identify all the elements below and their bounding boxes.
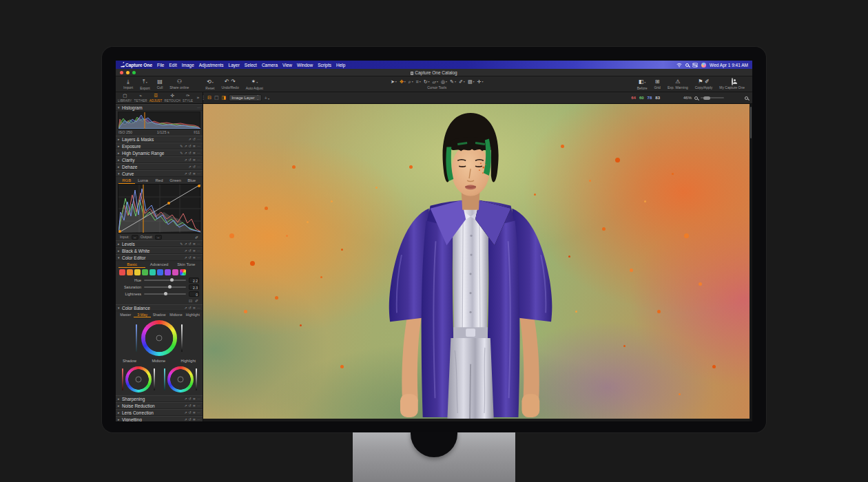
swatch-aqua[interactable] <box>149 269 156 275</box>
crop-tool[interactable]: ⌗▾ <box>416 79 421 85</box>
midtone-luminance-slider[interactable] <box>181 324 183 352</box>
swatch-all-colors[interactable] <box>180 269 186 275</box>
panel-color-editor-header[interactable]: ▾ Color Editor ⇗↺≡⋯ <box>116 254 203 261</box>
reset-icon[interactable]: ↺ <box>189 145 192 148</box>
swatch-magenta[interactable] <box>172 269 178 275</box>
curve-tab-luma[interactable]: Luma <box>135 178 152 183</box>
color-editor-tab-advanced[interactable]: Advanced <box>145 262 172 267</box>
highlight-luminance-slider[interactable] <box>196 368 197 390</box>
auto-adjust-button[interactable]: ✶▾ Auto Adjust <box>242 76 267 92</box>
midtone-color-wheel[interactable] <box>141 320 177 356</box>
copy-icon[interactable]: ⇗ <box>184 397 187 401</box>
reset-icon[interactable]: ↺ <box>189 404 192 408</box>
tab-adjust[interactable]: ☲ ADJUST <box>149 94 163 103</box>
panel-noise-reduction-header[interactable]: ▸ Noise Reduction ⇗↺≡⋯ <box>116 402 203 409</box>
presets-icon[interactable]: ≡ <box>193 172 196 176</box>
exposure-warning-button[interactable]: ⚠ Exp. Warning <box>664 76 692 92</box>
menu-camera[interactable]: Camera <box>262 63 278 67</box>
curve-tab-blue[interactable]: Blue <box>183 178 200 183</box>
gradient-mask-tool[interactable]: ▨▾ <box>468 79 475 85</box>
compare-view-icon[interactable]: ◨ <box>222 95 227 101</box>
menu-bar-clock[interactable]: Wed Apr 1 9:41 AM <box>710 63 748 67</box>
share-online-button[interactable]: ⚇ Share online <box>166 76 192 92</box>
pan-tool[interactable]: ✥▾ <box>400 79 406 85</box>
panel-black-white-header[interactable]: ▸ Black & White ⇗↺≡⋯ <box>116 247 203 254</box>
presets-icon[interactable]: ≡ <box>193 397 196 401</box>
presets-icon[interactable]: ≡ <box>193 158 196 162</box>
more-icon[interactable]: ⋯ <box>197 306 200 310</box>
my-capture-one-button[interactable]: My Capture One <box>716 76 748 92</box>
curve-tab-green[interactable]: Green <box>167 178 184 183</box>
panel-clarity-header[interactable]: ▸ Clarity ⇗↺≡⋯ <box>116 156 203 163</box>
more-icon[interactable]: ⋯ <box>197 397 200 401</box>
export-button[interactable]: ⤒▾ Export <box>136 76 153 92</box>
more-icon[interactable]: ⋯ <box>197 138 200 141</box>
siri-icon[interactable] <box>701 63 706 67</box>
copy-icon[interactable]: ⇗ <box>184 249 187 253</box>
viewer-scrollbar[interactable] <box>750 104 752 421</box>
image-viewer[interactable] <box>203 104 752 421</box>
zoom-fit-icon[interactable] <box>745 96 748 100</box>
panel-lens-correction-header[interactable]: ▸ Lens Correction ⇗↺≡⋯ <box>116 409 203 416</box>
keystone-tool[interactable]: ▱▾ <box>433 79 438 85</box>
more-icon[interactable]: ⋯ <box>197 151 200 155</box>
saturation-slider[interactable] <box>144 286 186 288</box>
shadow-color-wheel[interactable] <box>125 366 152 392</box>
more-icon[interactable]: ⋯ <box>197 242 200 246</box>
lightness-value[interactable]: 0 <box>189 291 199 297</box>
cb-tab-3way[interactable]: 3-Way <box>134 313 150 317</box>
menu-file[interactable]: File <box>157 63 164 67</box>
menu-image[interactable]: Image <box>182 63 194 67</box>
curve-picker-icon[interactable]: ✐ <box>195 235 198 240</box>
panel-vignetting-header[interactable]: ▸ Vignetting ⇗↺≡⋯ <box>116 416 203 421</box>
more-icon[interactable]: ⋯ <box>197 411 200 415</box>
swatch-red[interactable] <box>119 269 125 275</box>
reset-button[interactable]: ⟲▾ Reset <box>202 76 218 92</box>
pen-icon[interactable]: ✎ <box>180 145 183 148</box>
hue-value[interactable]: 2.2 <box>189 277 199 283</box>
select-tool[interactable]: ➤▾ <box>391 79 397 85</box>
pick-color-tool[interactable]: ✛▾ <box>477 79 484 85</box>
presets-icon[interactable]: ≡ <box>193 145 196 148</box>
color-picker-icon[interactable]: ✐ <box>195 298 198 303</box>
curve-input-value[interactable]: -- <box>132 235 138 240</box>
reset-icon[interactable]: ↺ <box>189 151 192 155</box>
more-icon[interactable]: ⋯ <box>197 165 200 169</box>
panel-color-balance-header[interactable]: ▾ Color Balance ⇗↺≡⋯ <box>116 304 203 311</box>
swatch-blue[interactable] <box>157 269 163 275</box>
menu-help[interactable]: Help <box>336 63 345 67</box>
more-icon[interactable]: ⋯ <box>197 404 200 408</box>
saturation-value[interactable]: 2.3 <box>189 284 199 290</box>
more-icon[interactable]: ⋯ <box>197 145 200 148</box>
tab-library[interactable]: ▢ LIBRARY <box>118 94 132 103</box>
cull-button[interactable]: ▤ Cull <box>154 76 167 92</box>
before-after-button[interactable]: ◧▾ Before <box>634 76 651 92</box>
copy-icon[interactable]: ⇗ <box>184 256 187 260</box>
rotate-tool[interactable]: ↻▾ <box>424 79 430 85</box>
control-center-icon[interactable] <box>692 62 698 67</box>
more-icon[interactable]: ⋯ <box>197 172 200 176</box>
single-view-icon[interactable]: □ <box>214 95 219 101</box>
presets-icon[interactable]: ≡ <box>193 418 196 421</box>
pen-icon[interactable]: ✎ <box>180 151 183 155</box>
copy-icon[interactable]: ⇗ <box>184 151 187 155</box>
reset-icon[interactable]: ↺ <box>193 165 196 169</box>
loupe-tool[interactable]: ⌕▾ <box>409 79 413 85</box>
cb-tab-shadow[interactable]: Shadow <box>151 313 167 317</box>
copy-icon[interactable]: ⇗ <box>184 306 187 310</box>
panel-histogram-header[interactable]: ▾ Histogram ⋯ <box>116 104 203 111</box>
multi-view-icon[interactable]: ⊟ <box>207 95 211 101</box>
copy-icon[interactable]: ⇗ <box>189 165 192 169</box>
highlight-color-wheel[interactable] <box>167 366 194 392</box>
cb-tab-midtone[interactable]: Midtone <box>167 313 184 317</box>
midtone-hue-slider[interactable] <box>136 324 137 352</box>
draw-mask-tool[interactable]: ✎▾ <box>450 79 456 85</box>
reset-icon[interactable]: ↺ <box>189 306 192 310</box>
reset-icon[interactable]: ↺ <box>189 256 192 260</box>
copy-apply-button[interactable]: ⚑ ✐ Copy/Apply <box>692 76 716 92</box>
tab-style[interactable]: ✑ STYLE <box>183 94 193 103</box>
presets-icon[interactable]: ≡ <box>193 249 196 253</box>
reset-icon[interactable]: ↺ <box>189 397 192 401</box>
copy-icon[interactable]: ⇗ <box>184 158 187 162</box>
curve-output-value[interactable]: -- <box>155 235 162 240</box>
